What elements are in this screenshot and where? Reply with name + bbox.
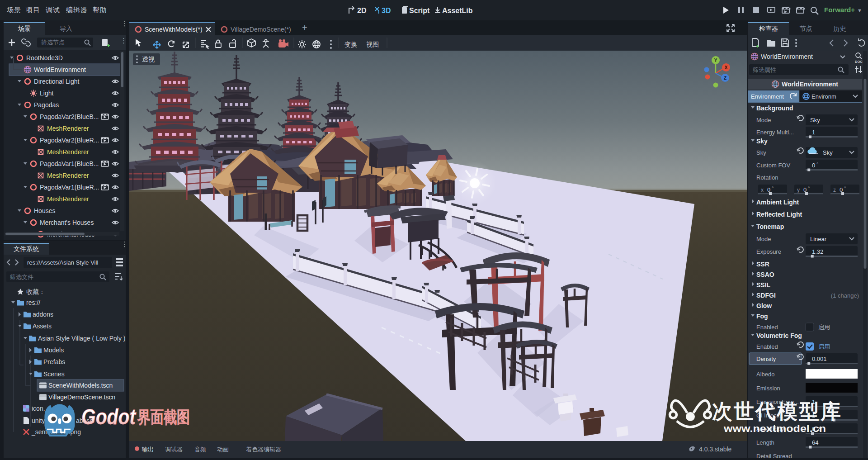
svg-text:Sky: Sky	[823, 149, 833, 156]
svg-text:y: y	[797, 187, 800, 193]
svg-text:Glow: Glow	[756, 302, 772, 309]
svg-text:Sky: Sky	[756, 138, 768, 145]
svg-text:WorldEnvironment: WorldEnvironment	[782, 81, 838, 88]
svg-text:www.nextmodel.cn: www.nextmodel.cn	[723, 423, 826, 434]
svg-text:PagodaVar1(BlueR...: PagodaVar1(BlueR...	[40, 184, 99, 191]
svg-text:3D: 3D	[382, 7, 391, 14]
svg-text:界面截图: 界面截图	[137, 408, 190, 427]
svg-text:WorldEnvironment: WorldEnvironment	[34, 66, 86, 73]
svg-text:SceneWithModels.tscn: SceneWithModels.tscn	[48, 382, 113, 389]
svg-text:启用: 启用	[818, 324, 830, 331]
svg-text:WorldEnvironment: WorldEnvironment	[761, 53, 813, 60]
svg-text:Y: Y	[714, 58, 717, 63]
svg-text:SDFGI: SDFGI	[756, 292, 776, 299]
svg-text:PagodaVar2(BlueR...: PagodaVar2(BlueR...	[40, 137, 99, 144]
svg-text:0: 0	[767, 186, 770, 193]
svg-text:筛选节点: 筛选节点	[41, 39, 65, 46]
svg-text:Mode: Mode	[756, 117, 771, 123]
svg-text:收藏：: 收藏：	[26, 288, 45, 295]
svg-text:Scenes: Scenes	[43, 370, 65, 378]
svg-text:Enabled: Enabled	[756, 343, 778, 350]
svg-text:Albedo: Albedo	[756, 371, 774, 378]
svg-text:Emission: Emission	[756, 385, 780, 392]
svg-text:0.001: 0.001	[812, 356, 827, 362]
svg-text:res://: res://	[26, 299, 40, 306]
svg-text:Prefabs: Prefabs	[43, 358, 65, 365]
svg-text:Volumetric Fog: Volumetric Fog	[756, 332, 802, 339]
svg-text:Merchant's Houses: Merchant's Houses	[40, 219, 94, 226]
svg-text:°: °	[816, 161, 818, 167]
svg-text:0: 0	[803, 186, 807, 193]
svg-text:2D: 2D	[357, 7, 366, 14]
svg-text:Density: Density	[756, 356, 776, 362]
svg-text:Length: Length	[756, 439, 774, 446]
svg-text:Fog: Fog	[756, 313, 768, 320]
svg-text:Linear: Linear	[810, 236, 827, 242]
svg-text:SSIL: SSIL	[756, 281, 771, 289]
svg-text:筛选属性: 筛选属性	[753, 66, 776, 73]
svg-text:res://Assets/Asian Style Vill: res://Assets/Asian Style Vill	[27, 259, 98, 266]
svg-text:°: °	[844, 185, 846, 191]
svg-text:Custom FOV: Custom FOV	[756, 162, 790, 169]
svg-text:MeshRenderer: MeshRenderer	[47, 125, 89, 132]
svg-text:x: x	[761, 187, 764, 193]
svg-text:Light: Light	[40, 90, 53, 97]
svg-text:MeshRenderer: MeshRenderer	[47, 148, 89, 156]
svg-text:PagodaVar1(BlueB...: PagodaVar1(BlueB...	[40, 160, 99, 167]
svg-text:Models: Models	[43, 346, 64, 354]
svg-text:z: z	[833, 187, 836, 193]
svg-text:°: °	[808, 185, 810, 191]
svg-text:1: 1	[812, 129, 815, 136]
svg-text:Environment: Environment	[751, 93, 784, 100]
svg-text:MeshRenderer: MeshRenderer	[47, 172, 89, 179]
svg-text:PagodaVar2(BlueB...: PagodaVar2(BlueB...	[40, 113, 99, 120]
svg-text:次世代模型库: 次世代模型库	[712, 400, 842, 423]
svg-text:筛选文件: 筛选文件	[10, 274, 33, 280]
svg-text:0: 0	[812, 162, 815, 169]
svg-text:Assets: Assets	[33, 322, 52, 330]
svg-text:Godot: Godot	[81, 405, 137, 429]
svg-text:Asian Style Village ( Low Poly: Asian Style Village ( Low Poly )	[38, 335, 126, 342]
svg-text:Houses: Houses	[34, 207, 55, 214]
svg-text:Rotation: Rotation	[756, 174, 778, 181]
svg-text:启用: 启用	[818, 343, 830, 350]
svg-text:(1 change): (1 change)	[831, 292, 859, 299]
svg-text:Z: Z	[724, 76, 726, 81]
svg-text:SSAO: SSAO	[756, 271, 774, 278]
svg-text:Exposure: Exposure	[756, 248, 781, 255]
svg-text:RootNode3D: RootNode3D	[26, 54, 63, 62]
svg-text:Directional Light: Directional Light	[34, 78, 79, 85]
svg-text:Sky: Sky	[810, 117, 820, 123]
svg-text:Mode: Mode	[756, 236, 771, 242]
svg-text:Environm: Environm	[811, 93, 836, 100]
svg-text:Tonemap: Tonemap	[756, 223, 784, 230]
svg-text:透视: 透视	[142, 56, 155, 63]
svg-text:AssetLib: AssetLib	[442, 7, 473, 14]
svg-text:Energy Multi...: Energy Multi...	[756, 129, 794, 136]
svg-text:VillageDemoScene(*): VillageDemoScene(*)	[231, 26, 291, 33]
svg-text:addons: addons	[33, 311, 53, 318]
svg-text:64: 64	[812, 439, 818, 446]
svg-text:MeshRenderer: MeshRenderer	[47, 195, 89, 203]
svg-text:Detail Spread: Detail Spread	[756, 453, 792, 458]
svg-text:X: X	[725, 65, 728, 70]
svg-text:SceneWithModels(*): SceneWithModels(*)	[145, 26, 203, 33]
svg-text:Sky: Sky	[756, 149, 766, 156]
svg-text:1.32: 1.32	[812, 248, 823, 255]
svg-text:DOC: DOC	[855, 60, 863, 64]
svg-text:Pagodas: Pagodas	[34, 101, 59, 109]
svg-text:视图: 视图	[366, 41, 379, 48]
svg-text:Ambient Light: Ambient Light	[756, 199, 799, 206]
svg-text:Enabled: Enabled	[756, 324, 778, 331]
svg-text:Reflected Light: Reflected Light	[756, 211, 802, 218]
svg-text:Background: Background	[756, 104, 793, 112]
svg-text:变换: 变换	[344, 41, 357, 48]
svg-text:0: 0	[840, 186, 843, 193]
svg-text:SSR: SSR	[756, 261, 769, 268]
svg-text:Script: Script	[409, 7, 430, 14]
svg-text:°: °	[772, 185, 774, 191]
